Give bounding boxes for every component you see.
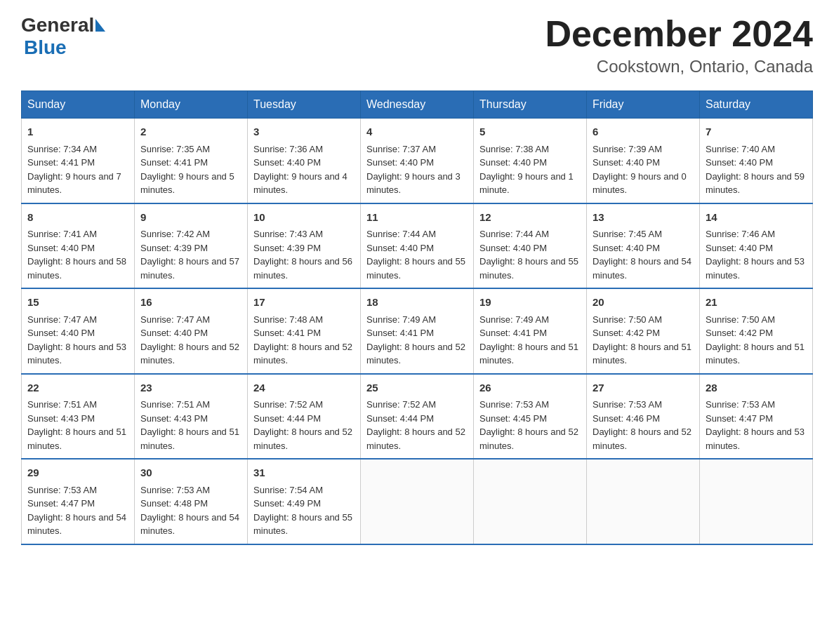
- logo-text-general: General: [21, 14, 94, 36]
- calendar-cell: 14Sunrise: 7:46 AMSunset: 4:40 PMDayligh…: [700, 203, 813, 289]
- day-header-thursday: Thursday: [474, 91, 587, 119]
- calendar-cell: 12Sunrise: 7:44 AMSunset: 4:40 PMDayligh…: [474, 203, 587, 289]
- day-number: 27: [593, 380, 694, 396]
- day-number: 7: [706, 124, 807, 140]
- day-number: 28: [706, 380, 807, 396]
- day-header-tuesday: Tuesday: [248, 91, 361, 119]
- calendar-cell: 8Sunrise: 7:41 AMSunset: 4:40 PMDaylight…: [22, 203, 135, 289]
- day-info: Sunrise: 7:50 AMSunset: 4:42 PMDaylight:…: [706, 314, 805, 366]
- day-number: 22: [27, 380, 128, 396]
- day-info: Sunrise: 7:35 AMSunset: 4:41 PMDaylight:…: [140, 144, 234, 196]
- calendar-cell: [361, 459, 474, 544]
- day-info: Sunrise: 7:41 AMSunset: 4:40 PMDaylight:…: [27, 229, 126, 281]
- day-info: Sunrise: 7:38 AMSunset: 4:40 PMDaylight:…: [479, 144, 574, 196]
- page-header: General Blue December 2024 Cookstown, On…: [21, 14, 813, 76]
- day-info: Sunrise: 7:53 AMSunset: 4:45 PMDaylight:…: [479, 399, 578, 451]
- day-info: Sunrise: 7:54 AMSunset: 4:49 PMDaylight:…: [253, 485, 352, 537]
- day-number: 25: [366, 380, 468, 396]
- calendar-week-row: 29Sunrise: 7:53 AMSunset: 4:47 PMDayligh…: [22, 459, 813, 544]
- day-info: Sunrise: 7:37 AMSunset: 4:40 PMDaylight:…: [366, 144, 461, 196]
- day-number: 16: [140, 295, 241, 311]
- day-header-saturday: Saturday: [700, 91, 813, 119]
- day-number: 31: [253, 465, 355, 481]
- calendar-cell: 27Sunrise: 7:53 AMSunset: 4:46 PMDayligh…: [587, 374, 700, 459]
- day-number: 14: [706, 210, 807, 226]
- day-info: Sunrise: 7:49 AMSunset: 4:41 PMDaylight:…: [366, 314, 465, 366]
- day-info: Sunrise: 7:53 AMSunset: 4:48 PMDaylight:…: [140, 485, 239, 537]
- day-number: 5: [479, 124, 581, 140]
- day-number: 21: [706, 295, 807, 311]
- calendar-cell: 21Sunrise: 7:50 AMSunset: 4:42 PMDayligh…: [700, 288, 813, 374]
- calendar-cell: 30Sunrise: 7:53 AMSunset: 4:48 PMDayligh…: [135, 459, 248, 544]
- day-number: 3: [253, 124, 355, 140]
- calendar-cell: 18Sunrise: 7:49 AMSunset: 4:41 PMDayligh…: [361, 288, 474, 374]
- calendar-cell: [474, 459, 587, 544]
- day-header-sunday: Sunday: [22, 91, 135, 119]
- calendar-cell: 19Sunrise: 7:49 AMSunset: 4:41 PMDayligh…: [474, 288, 587, 374]
- calendar-cell: 25Sunrise: 7:52 AMSunset: 4:44 PMDayligh…: [361, 374, 474, 459]
- day-info: Sunrise: 7:40 AMSunset: 4:40 PMDaylight:…: [706, 144, 805, 196]
- day-number: 12: [479, 210, 581, 226]
- day-info: Sunrise: 7:52 AMSunset: 4:44 PMDaylight:…: [366, 399, 465, 451]
- day-info: Sunrise: 7:45 AMSunset: 4:40 PMDaylight:…: [593, 229, 691, 281]
- calendar-cell: 29Sunrise: 7:53 AMSunset: 4:47 PMDayligh…: [22, 459, 135, 544]
- calendar-cell: 2Sunrise: 7:35 AMSunset: 4:41 PMDaylight…: [135, 119, 248, 203]
- calendar-cell: 13Sunrise: 7:45 AMSunset: 4:40 PMDayligh…: [587, 203, 700, 289]
- calendar-week-row: 15Sunrise: 7:47 AMSunset: 4:40 PMDayligh…: [22, 288, 813, 374]
- calendar-cell: 24Sunrise: 7:52 AMSunset: 4:44 PMDayligh…: [248, 374, 361, 459]
- day-header-friday: Friday: [587, 91, 700, 119]
- day-info: Sunrise: 7:52 AMSunset: 4:44 PMDaylight:…: [253, 399, 352, 451]
- logo-triangle-icon: [95, 19, 105, 32]
- day-number: 11: [366, 210, 468, 226]
- day-number: 24: [253, 380, 355, 396]
- calendar-week-row: 22Sunrise: 7:51 AMSunset: 4:43 PMDayligh…: [22, 374, 813, 459]
- calendar-cell: [587, 459, 700, 544]
- day-number: 20: [593, 295, 694, 311]
- title-section: December 2024 Cookstown, Ontario, Canada: [545, 14, 813, 76]
- calendar-cell: 16Sunrise: 7:47 AMSunset: 4:40 PMDayligh…: [135, 288, 248, 374]
- calendar-table: SundayMondayTuesdayWednesdayThursdayFrid…: [21, 90, 813, 545]
- calendar-cell: 3Sunrise: 7:36 AMSunset: 4:40 PMDaylight…: [248, 119, 361, 203]
- calendar-cell: 5Sunrise: 7:38 AMSunset: 4:40 PMDaylight…: [474, 119, 587, 203]
- day-info: Sunrise: 7:47 AMSunset: 4:40 PMDaylight:…: [27, 314, 126, 366]
- calendar-cell: 11Sunrise: 7:44 AMSunset: 4:40 PMDayligh…: [361, 203, 474, 289]
- calendar-cell: 4Sunrise: 7:37 AMSunset: 4:40 PMDaylight…: [361, 119, 474, 203]
- day-number: 1: [27, 124, 128, 140]
- calendar-cell: 31Sunrise: 7:54 AMSunset: 4:49 PMDayligh…: [248, 459, 361, 544]
- day-number: 8: [27, 210, 128, 226]
- calendar-cell: 23Sunrise: 7:51 AMSunset: 4:43 PMDayligh…: [135, 374, 248, 459]
- day-number: 9: [140, 210, 241, 226]
- day-header-wednesday: Wednesday: [361, 91, 474, 119]
- day-header-monday: Monday: [135, 91, 248, 119]
- day-number: 17: [253, 295, 355, 311]
- month-title: December 2024: [545, 14, 813, 54]
- day-info: Sunrise: 7:48 AMSunset: 4:41 PMDaylight:…: [253, 314, 352, 366]
- day-info: Sunrise: 7:39 AMSunset: 4:40 PMDaylight:…: [593, 144, 687, 196]
- calendar-cell: 26Sunrise: 7:53 AMSunset: 4:45 PMDayligh…: [474, 374, 587, 459]
- calendar-cell: 1Sunrise: 7:34 AMSunset: 4:41 PMDaylight…: [22, 119, 135, 203]
- day-number: 15: [27, 295, 128, 311]
- day-info: Sunrise: 7:51 AMSunset: 4:43 PMDaylight:…: [140, 399, 239, 451]
- logo-text-blue: Blue: [24, 36, 67, 59]
- day-info: Sunrise: 7:43 AMSunset: 4:39 PMDaylight:…: [253, 229, 352, 281]
- day-number: 18: [366, 295, 468, 311]
- day-info: Sunrise: 7:51 AMSunset: 4:43 PMDaylight:…: [27, 399, 126, 451]
- day-number: 29: [27, 465, 128, 481]
- day-info: Sunrise: 7:36 AMSunset: 4:40 PMDaylight:…: [253, 144, 348, 196]
- day-info: Sunrise: 7:44 AMSunset: 4:40 PMDaylight:…: [479, 229, 578, 281]
- calendar-week-row: 8Sunrise: 7:41 AMSunset: 4:40 PMDaylight…: [22, 203, 813, 289]
- calendar-cell: 20Sunrise: 7:50 AMSunset: 4:42 PMDayligh…: [587, 288, 700, 374]
- day-info: Sunrise: 7:53 AMSunset: 4:47 PMDaylight:…: [706, 399, 805, 451]
- day-info: Sunrise: 7:44 AMSunset: 4:40 PMDaylight:…: [366, 229, 465, 281]
- day-number: 6: [593, 124, 694, 140]
- calendar-cell: 6Sunrise: 7:39 AMSunset: 4:40 PMDaylight…: [587, 119, 700, 203]
- day-info: Sunrise: 7:47 AMSunset: 4:40 PMDaylight:…: [140, 314, 239, 366]
- day-info: Sunrise: 7:53 AMSunset: 4:47 PMDaylight:…: [27, 485, 126, 537]
- day-info: Sunrise: 7:34 AMSunset: 4:41 PMDaylight:…: [27, 144, 121, 196]
- day-number: 13: [593, 210, 694, 226]
- day-number: 30: [140, 465, 241, 481]
- day-number: 2: [140, 124, 241, 140]
- logo: General Blue: [21, 14, 105, 59]
- calendar-cell: 7Sunrise: 7:40 AMSunset: 4:40 PMDaylight…: [700, 119, 813, 203]
- day-number: 4: [366, 124, 468, 140]
